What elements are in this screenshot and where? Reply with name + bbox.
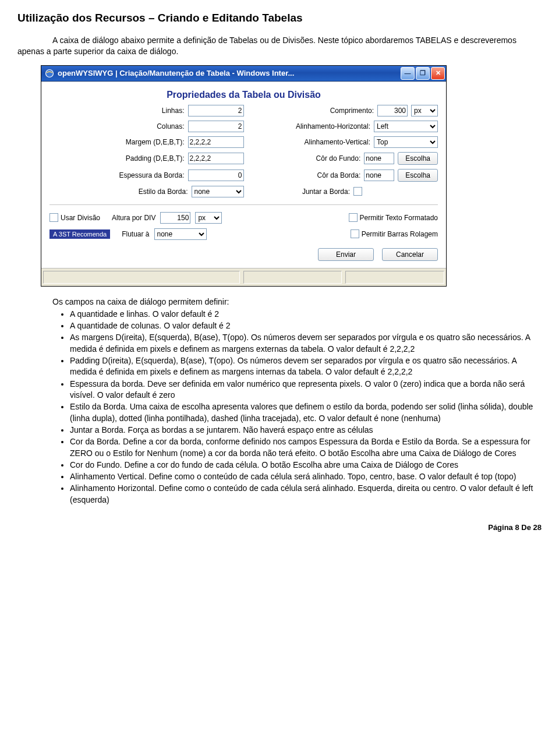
ie-icon (45, 69, 54, 78)
label-margem: Margem (D,E,B,T): (126, 138, 185, 146)
list-item: Cor da Borda. Define a cor da borda, con… (70, 436, 542, 459)
page-title: Utilização dos Recursos – Criando e Edit… (17, 12, 542, 24)
estilo-select[interactable]: none (192, 186, 244, 197)
label-estilo: Estilo da Borda: (139, 188, 188, 196)
list-item: As margens D(ireita), E(squerda), B(ase)… (70, 332, 542, 355)
window-title: openWYSIWYG | Criação/Manutenção de Tabe… (58, 69, 401, 77)
alinh-v-select[interactable]: Top (374, 136, 438, 148)
label-juntar: Juntar a Borda: (302, 188, 350, 196)
margem-input[interactable] (188, 136, 244, 148)
separator (49, 204, 438, 205)
list-item: Estilo da Borda. Uma caixa de escolha ap… (70, 401, 542, 424)
label-padding: Padding (D,E,B,T): (126, 154, 185, 162)
label-espessura: Espessura da Borda: (119, 171, 184, 179)
list-item: Espessura da borda. Deve ser definida em… (70, 379, 542, 401)
label-alinh-h: Alinhamento-Horizontal: (296, 122, 370, 130)
permitir-rolagem-checkbox[interactable] (351, 229, 359, 238)
label-alinh-v: Alinhamento-Vertical: (305, 138, 370, 146)
lead-text: Os campos na caixa de diálogo permitem d… (17, 297, 542, 306)
cor-fundo-escolha-button[interactable]: Escolha (398, 152, 438, 165)
bullet-list: A quantidade e linhas. O valor default é… (17, 309, 542, 506)
maximize-button[interactable]: ❐ (416, 67, 430, 80)
list-item: Cor do Fundo. Define a cor do fundo de c… (70, 460, 542, 471)
juntar-checkbox[interactable] (353, 187, 362, 196)
list-item: Padding D(ireita), E(squerda), B(ase), T… (70, 355, 542, 378)
comprimento-unit-select[interactable]: px (411, 105, 438, 116)
recomenda-badge: A 3ST Recomenda (49, 229, 110, 239)
dialog-legend: Propriedades da Tabela ou Divisão (49, 90, 438, 100)
alinh-h-select[interactable]: Left (374, 121, 438, 132)
page-footer: Página 8 De 28 (17, 523, 542, 532)
dialog-window: openWYSIWYG | Criação/Manutenção de Tabe… (41, 65, 447, 287)
label-usar-divisao: Usar Divisão (61, 214, 100, 222)
permitir-texto-checkbox[interactable] (349, 213, 358, 222)
colunas-input[interactable] (188, 121, 244, 132)
minimize-button[interactable]: — (401, 67, 415, 80)
cor-borda-escolha-button[interactable]: Escolha (398, 169, 438, 182)
svg-point-0 (46, 69, 54, 77)
comprimento-input[interactable] (377, 105, 408, 116)
altura-div-input[interactable] (160, 212, 190, 224)
intro-paragraph: A caixa de diálogo abaixo permite a defi… (17, 35, 542, 57)
list-item: A quantidade de colunas. O valor default… (70, 320, 542, 331)
window-statusbar (41, 268, 446, 286)
espessura-input[interactable] (188, 169, 244, 181)
label-colunas: Colunas: (157, 122, 184, 130)
titlebar: openWYSIWYG | Criação/Manutenção de Tabe… (41, 66, 446, 82)
list-item: Juntar a Borda. Força as bordas a se jun… (70, 425, 542, 436)
flutuar-select[interactable]: none (154, 228, 207, 240)
list-item: Alinhamento Horizontal. Define como o co… (70, 483, 542, 506)
label-comprimento: Comprimento: (330, 107, 374, 115)
list-item: Alinhamento Vertical. Define como o cont… (70, 471, 542, 482)
altura-div-unit-select[interactable]: px (195, 212, 222, 224)
cor-borda-input[interactable] (364, 169, 394, 181)
label-permitir-rolagem: Permitir Barras Rolagem (362, 230, 438, 238)
label-permitir-texto: Permitir Texto Formatado (360, 214, 438, 222)
enviar-button[interactable]: Enviar (318, 248, 374, 261)
label-altura-div: Altura por DIV (112, 214, 155, 222)
label-linhas: Linhas: (162, 107, 185, 115)
linhas-input[interactable] (188, 105, 244, 116)
cancelar-button[interactable]: Cancelar (382, 248, 438, 261)
label-flutuar: Flutuar à (122, 230, 149, 238)
label-cor-fundo: Côr do Fundo: (316, 154, 361, 162)
close-button[interactable]: ✕ (431, 67, 445, 80)
list-item: A quantidade e linhas. O valor default é… (70, 309, 542, 320)
usar-divisao-checkbox[interactable] (49, 213, 58, 222)
cor-fundo-input[interactable] (364, 153, 394, 164)
label-cor-borda: Côr da Borda: (317, 171, 361, 179)
padding-input[interactable] (188, 153, 244, 164)
